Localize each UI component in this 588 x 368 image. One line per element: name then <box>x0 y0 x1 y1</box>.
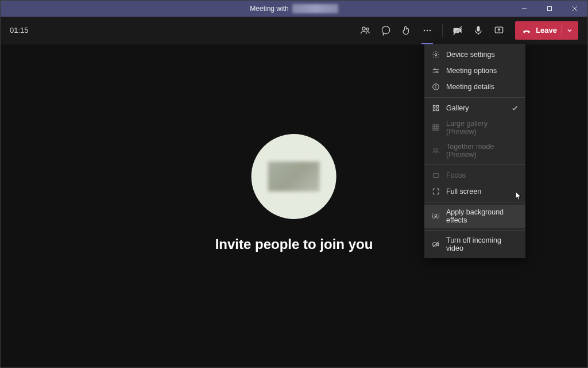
titlebar: Meeting with <box>1 1 587 17</box>
gear-icon <box>431 50 440 59</box>
close-button[interactable] <box>562 1 587 17</box>
svg-rect-31 <box>433 127 435 129</box>
window-controls <box>512 1 587 17</box>
svg-point-18 <box>434 69 435 70</box>
more-actions-menu: Device settings Meeting options Meeting … <box>424 44 525 258</box>
menu-label: Large gallery (Preview) <box>446 120 519 136</box>
meeting-toolbar: 01:15 <box>1 17 587 44</box>
menu-focus: Focus <box>424 167 525 183</box>
together-icon <box>431 146 440 155</box>
leave-chevron[interactable] <box>562 25 572 36</box>
grid-icon <box>431 103 440 113</box>
focus-icon <box>431 171 440 180</box>
svg-point-38 <box>436 148 438 150</box>
svg-rect-33 <box>437 127 439 129</box>
title-redacted <box>292 4 338 13</box>
menu-label: Focus <box>446 171 466 179</box>
svg-point-6 <box>382 26 389 33</box>
toolbar-separator <box>442 24 443 37</box>
svg-point-40 <box>435 214 437 217</box>
menu-label: Meeting details <box>446 83 494 91</box>
toolbar-right: Leave <box>355 20 578 41</box>
svg-point-16 <box>435 53 437 56</box>
svg-rect-25 <box>436 105 439 108</box>
menu-separator <box>424 202 525 202</box>
svg-rect-1 <box>548 7 552 11</box>
svg-rect-35 <box>435 129 437 131</box>
svg-point-5 <box>366 28 369 30</box>
leave-button[interactable]: Leave <box>515 21 578 40</box>
menu-label: Device settings <box>446 51 495 59</box>
svg-point-7 <box>424 29 425 31</box>
svg-rect-32 <box>435 127 437 129</box>
menu-label: Together mode (Preview) <box>446 143 519 159</box>
menu-label: Meeting options <box>446 67 497 75</box>
svg-rect-36 <box>437 129 439 131</box>
menu-apply-background-effects[interactable]: Apply background effects <box>424 205 525 228</box>
svg-point-37 <box>434 148 435 150</box>
maximize-button[interactable] <box>537 1 562 17</box>
menu-together-mode: Together mode (Preview) <box>424 139 525 162</box>
svg-rect-34 <box>433 129 435 131</box>
menu-large-gallery: Large gallery (Preview) <box>424 116 525 139</box>
menu-meeting-options[interactable]: Meeting options <box>424 63 525 79</box>
menu-full-screen[interactable]: Full screen <box>424 183 525 200</box>
empty-state: Invite people to join you <box>215 134 373 252</box>
info-icon <box>431 82 440 91</box>
menu-device-settings[interactable]: Device settings <box>424 47 525 63</box>
invite-heading: Invite people to join you <box>215 236 373 252</box>
svg-point-9 <box>430 29 431 31</box>
svg-rect-27 <box>436 109 439 111</box>
menu-label: Apply background effects <box>446 208 519 224</box>
sliders-icon <box>431 66 440 75</box>
svg-rect-39 <box>433 174 438 178</box>
menu-separator <box>424 230 525 231</box>
svg-point-8 <box>427 29 428 31</box>
menu-meeting-details[interactable]: Meeting details <box>424 79 525 95</box>
microphone-button[interactable] <box>468 20 489 41</box>
participants-button[interactable] <box>355 20 376 41</box>
menu-label: Gallery <box>446 104 469 112</box>
svg-point-20 <box>436 71 438 72</box>
svg-rect-13 <box>477 26 480 31</box>
avatar <box>252 134 336 219</box>
large-grid-icon <box>431 123 440 132</box>
menu-separator <box>424 97 525 98</box>
check-icon <box>511 105 519 112</box>
menu-gallery[interactable]: Gallery <box>424 100 525 116</box>
svg-rect-26 <box>433 109 435 111</box>
window-title: Meeting with <box>250 4 338 13</box>
background-effects-icon <box>431 212 440 221</box>
reactions-button[interactable] <box>396 20 417 41</box>
more-actions-button[interactable] <box>417 20 438 41</box>
title-prefix: Meeting with <box>250 5 288 13</box>
leave-label: Leave <box>536 26 557 34</box>
svg-rect-29 <box>435 125 437 126</box>
chat-button[interactable] <box>376 20 396 41</box>
video-off-icon <box>431 240 440 249</box>
svg-point-23 <box>436 85 436 86</box>
svg-rect-30 <box>437 125 439 126</box>
menu-label: Turn off incoming video <box>446 236 519 252</box>
svg-point-4 <box>362 27 365 30</box>
avatar-redacted <box>268 162 320 191</box>
camera-button[interactable] <box>447 20 468 41</box>
share-button[interactable] <box>489 20 509 41</box>
menu-turn-off-incoming-video[interactable]: Turn off incoming video <box>424 233 525 256</box>
fullscreen-icon <box>431 187 440 196</box>
menu-separator <box>424 164 525 165</box>
svg-rect-28 <box>433 125 435 126</box>
hangup-icon <box>522 26 531 35</box>
minimize-button[interactable] <box>512 1 537 17</box>
call-timer: 01:15 <box>10 26 29 34</box>
menu-label: Full screen <box>446 187 481 195</box>
svg-rect-43 <box>433 243 437 246</box>
svg-rect-24 <box>433 105 435 108</box>
